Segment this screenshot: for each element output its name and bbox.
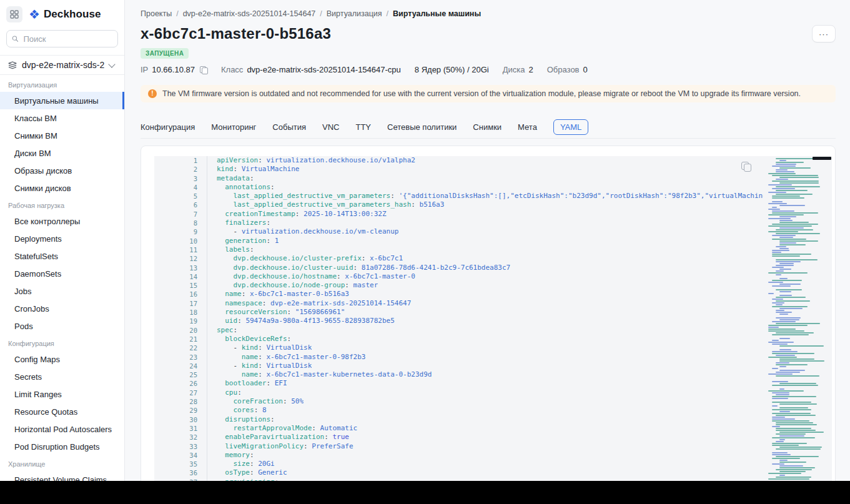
sidebar-item-config-maps[interactable]: Config Maps xyxy=(0,350,124,368)
sidebar-item-resource-quotas[interactable]: Resource Quotas xyxy=(0,403,124,420)
minimap-line xyxy=(768,160,832,161)
minimap-line xyxy=(768,173,832,174)
minimap-line xyxy=(768,349,832,350)
tab-события[interactable]: События xyxy=(272,119,306,135)
sidebar-item-persistent-volume-claims[interactable]: Persistent Volume Claims xyxy=(0,471,124,481)
minimap-line xyxy=(768,259,832,260)
yaml-code: 1apiVersion: virtualization.deckhouse.io… xyxy=(154,156,832,481)
minimap-line xyxy=(768,462,832,463)
code-line: 25 name: x-6bc7c1-master-kubernetes-data… xyxy=(154,370,832,379)
tab-tty[interactable]: TTY xyxy=(355,119,371,135)
title-row: x-6bc7c1-master-0-b516a3 ··· xyxy=(141,25,836,42)
line-number: 16 xyxy=(154,290,207,299)
sidebar-item-deployments[interactable]: Deployments xyxy=(0,230,124,247)
sidebar-item-secrets[interactable]: Secrets xyxy=(0,368,124,385)
code-line: 16 name: x-6bc7c1-master-0-b516a3 xyxy=(154,290,832,299)
more-actions-button[interactable]: ··· xyxy=(812,25,836,42)
code-line: 26 bootloader: EFI xyxy=(154,379,832,388)
search-icon xyxy=(12,35,18,42)
minimap-line xyxy=(768,263,832,264)
minimap-line xyxy=(768,368,832,369)
sidebar-item-классы-вм[interactable]: Классы ВМ xyxy=(0,109,124,127)
line-number: 34 xyxy=(154,451,207,460)
minimap-line xyxy=(768,452,832,453)
code-line: 35 size: 20Gi xyxy=(154,460,832,468)
minimap-line xyxy=(768,394,832,395)
minimap-line xyxy=(768,270,832,272)
sidebar-item-horizontal-pod-autoscalers[interactable]: Horizontal Pod Autoscalers xyxy=(0,420,124,438)
sidebar-item-statefulsets[interactable]: StatefulSets xyxy=(0,247,124,265)
info-label: IP xyxy=(141,65,148,74)
copy-yaml-button[interactable] xyxy=(741,161,752,172)
sidebar-item-cronjobs[interactable]: CronJobs xyxy=(0,300,124,317)
sidebar-item-pod-disruption-budgets[interactable]: Pod Disruption Budgets xyxy=(0,438,124,455)
sidebar-item-образы-дисков[interactable]: Образы дисков xyxy=(0,162,124,179)
minimap-line xyxy=(768,448,832,450)
sidebar-item-все-контроллеры[interactable]: Все контроллеры xyxy=(0,212,124,230)
line-number: 31 xyxy=(154,424,207,433)
tab-снимки[interactable]: Снимки xyxy=(473,119,502,135)
project-stack-icon xyxy=(8,61,17,69)
sidebar-item-диски-вм[interactable]: Диски ВМ xyxy=(0,144,124,162)
minimap-line xyxy=(768,192,832,193)
sidebar-item-виртуальные-машины[interactable]: Виртуальные машины xyxy=(0,92,124,109)
minimap-scroll-thumb[interactable] xyxy=(813,157,831,160)
info-label: Класс xyxy=(221,65,243,74)
sidebar-item-снимки-вм[interactable]: Снимки ВМ xyxy=(0,127,124,144)
tab-конфигурация[interactable]: Конфигурация xyxy=(141,119,195,135)
tab-сетевые-политики[interactable]: Сетевые политики xyxy=(387,119,457,135)
sidebar-item-pods[interactable]: Pods xyxy=(0,317,124,335)
line-number: 19 xyxy=(154,317,207,325)
breadcrumb-item[interactable]: dvp-e2e-matrix-sds-20251014-154647 xyxy=(183,9,316,18)
yaml-editor[interactable]: 1apiVersion: virtualization.deckhouse.io… xyxy=(154,156,832,481)
info-value: 10.66.10.87 xyxy=(152,65,195,74)
line-number: 36 xyxy=(154,468,207,477)
minimap-line xyxy=(768,375,832,377)
copy-ip-icon[interactable] xyxy=(200,66,207,74)
code-line: 29 cores: 8 xyxy=(154,406,832,415)
deckhouse-logo[interactable]: ❖ Deckhouse xyxy=(29,8,101,21)
minimap-line xyxy=(768,411,832,412)
breadcrumb-item[interactable]: Проекты xyxy=(141,9,172,18)
minimap-line xyxy=(768,314,832,315)
minimap-line xyxy=(768,289,832,290)
minimap-line xyxy=(768,267,832,268)
line-number: 5 xyxy=(154,192,207,200)
tab-мониторинг[interactable]: Мониторинг xyxy=(211,119,256,135)
minimap-line xyxy=(768,195,832,197)
minimap-line xyxy=(768,231,832,232)
code-line: 30 disruptions: xyxy=(154,415,832,424)
search-input[interactable] xyxy=(22,34,112,44)
sidebar-item-daemonsets[interactable]: DaemonSets xyxy=(0,265,124,282)
editor-minimap[interactable] xyxy=(763,156,832,481)
code-line: 11 labels: xyxy=(154,245,832,254)
minimap-line xyxy=(768,407,832,408)
sidebar-item-limit-ranges[interactable]: Limit Ranges xyxy=(0,385,124,403)
apps-grid-button[interactable] xyxy=(6,6,22,22)
code-line: 22 - kind: VirtualDisk xyxy=(154,343,832,352)
minimap-line xyxy=(768,224,832,225)
sidebar-item-снимки-дисков[interactable]: Снимки дисков xyxy=(0,179,124,197)
line-number: 22 xyxy=(154,343,207,352)
code-line: 27 cpu: xyxy=(154,388,832,397)
minimap-line xyxy=(768,409,832,410)
minimap-line xyxy=(768,403,832,405)
tab-vnc[interactable]: VNC xyxy=(322,119,339,135)
line-number: 23 xyxy=(154,353,207,362)
breadcrumb-item[interactable]: Виртуализация xyxy=(327,9,382,18)
sidebar-item-jobs[interactable]: Jobs xyxy=(0,282,124,300)
minimap-line xyxy=(768,478,832,480)
minimap-line xyxy=(768,360,832,362)
line-number: 35 xyxy=(154,460,207,468)
minimap-line xyxy=(768,164,832,165)
tab-yaml[interactable]: YAML xyxy=(553,119,588,135)
line-content: enableParavirtualization: true xyxy=(207,433,349,442)
sidebar-search[interactable] xyxy=(6,30,118,47)
breadcrumb-separator: / xyxy=(176,9,178,18)
minimap-line xyxy=(768,353,832,354)
minimap-line xyxy=(768,398,832,399)
project-selector[interactable]: dvp-e2e-matrix-sds-20... xyxy=(0,56,124,74)
minimap-line xyxy=(768,329,832,330)
minimap-line xyxy=(768,194,832,195)
tab-мета[interactable]: Мета xyxy=(518,119,537,135)
